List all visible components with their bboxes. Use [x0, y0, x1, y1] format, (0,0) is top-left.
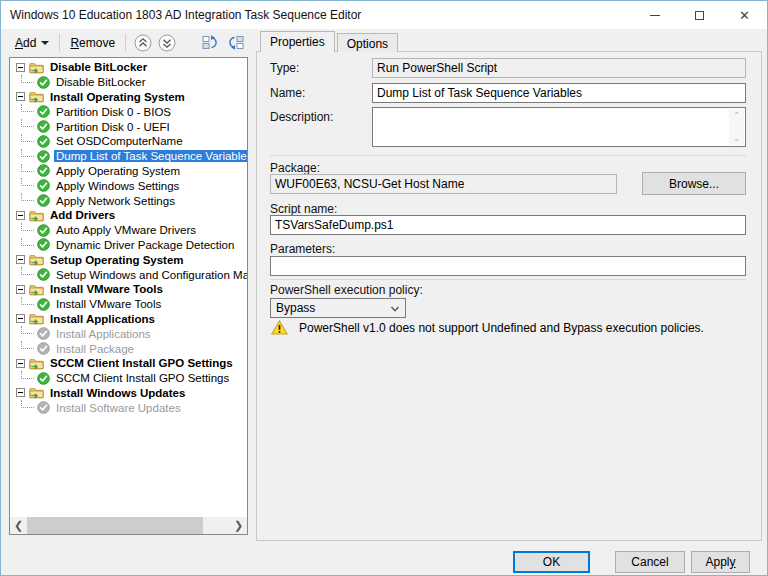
scroll-left-icon[interactable]: ❮ [10, 517, 27, 534]
scrollbar-thumb[interactable] [27, 517, 203, 534]
group-folder-icon [29, 386, 44, 399]
tree-step-row[interactable]: Install Software Updates [10, 400, 247, 415]
collapse-expander-icon[interactable] [16, 63, 25, 72]
tree-item-label: Partition Disk 0 - UEFI [54, 121, 172, 133]
move-down-icon [158, 34, 176, 52]
move-up-button[interactable] [134, 34, 152, 52]
tree-group-row[interactable]: Disable BitLocker [10, 60, 247, 75]
tree-step-row[interactable]: Apply Network Settings [10, 193, 247, 208]
minimize-icon [650, 15, 660, 16]
tree-item-label: Apply Network Settings [54, 195, 177, 207]
name-input[interactable] [372, 83, 746, 103]
titlebar: Windows 10 Education 1803 AD Integration… [1, 1, 767, 29]
minimize-button[interactable] [632, 1, 677, 29]
tree-step-row[interactable]: Disable BitLocker [10, 75, 247, 90]
tree-item-label: Dump List of Task Sequence Variables [54, 150, 247, 162]
warning-text: PowerShell v1.0 does not support Undefin… [299, 321, 704, 335]
script-name-input[interactable] [270, 215, 746, 235]
step-disabled-icon [37, 342, 50, 355]
task-sequence-tree-panel: Disable BitLockerDisable BitLockerInstal… [9, 57, 248, 535]
collapse-expander-icon[interactable] [16, 211, 25, 220]
parameters-input[interactable] [270, 256, 746, 276]
tree-group-row[interactable]: Add Drivers [10, 208, 247, 223]
task-sequence-editor-window: Windows 10 Education 1803 AD Integration… [0, 0, 768, 576]
tree-group-row[interactable]: Install Operating System [10, 90, 247, 105]
execution-policy-dropdown[interactable]: Bypass [270, 298, 406, 318]
tree-item-label: Install Operating System [48, 91, 187, 103]
tree-step-row[interactable]: Dynamic Driver Package Detection [10, 238, 247, 253]
tree-item-label: Set OSDComputerName [54, 135, 185, 147]
collapse-expander-icon[interactable] [16, 92, 25, 101]
move-down-button[interactable] [158, 34, 176, 52]
group-folder-icon [29, 253, 44, 266]
tree-item-label: Setup Operating System [48, 254, 186, 266]
package-field[interactable]: WUF00E63, NCSU-Get Host Name [270, 174, 617, 194]
remove-button-label: Remove [70, 36, 115, 50]
tab-properties[interactable]: Properties [260, 31, 335, 52]
tree-group-row[interactable]: SCCM Client Install GPO Settings [10, 356, 247, 371]
step-disabled-icon [37, 327, 50, 340]
tree-step-row[interactable]: Install VMware Tools [10, 297, 247, 312]
remove-button[interactable]: Remove [65, 33, 120, 53]
tree-horizontal-scrollbar[interactable]: ❮ ❯ [10, 517, 247, 534]
tree-step-row[interactable]: Dump List of Task Sequence Variables [10, 149, 247, 164]
tree-step-row[interactable]: Apply Windows Settings [10, 178, 247, 193]
tree-connector-line [21, 267, 34, 275]
tree-item-label: Auto Apply VMware Drivers [54, 224, 198, 236]
tree-step-row[interactable]: SCCM Client Install GPO Settings [10, 371, 247, 386]
expand-all-button[interactable] [227, 34, 244, 54]
step-enabled-icon [37, 372, 50, 385]
step-enabled-icon [37, 194, 50, 207]
group-folder-icon [29, 61, 44, 74]
collapse-expander-icon[interactable] [16, 388, 25, 397]
tab-options[interactable]: Options [337, 33, 398, 52]
step-enabled-icon [37, 298, 50, 311]
tree-connector-line [21, 104, 34, 112]
tree-group-row[interactable]: Install Windows Updates [10, 386, 247, 401]
tree-step-row[interactable]: Install Package [10, 341, 247, 356]
scroll-right-icon[interactable]: ❯ [230, 517, 247, 534]
close-button[interactable]: ✕ [722, 1, 767, 29]
toolbar-separator [125, 34, 126, 51]
tree-group-row[interactable]: Install VMware Tools [10, 282, 247, 297]
tree-item-label: Partition Disk 0 - BIOS [54, 106, 173, 118]
tree-step-row[interactable]: Install Applications [10, 326, 247, 341]
tree-step-row[interactable]: Setup Windows and Configuration Manager [10, 267, 247, 282]
tree-group-row[interactable]: Setup Operating System [10, 252, 247, 267]
step-enabled-icon [37, 150, 50, 163]
execution-policy-warning: PowerShell v1.0 does not support Undefin… [271, 320, 704, 335]
type-field[interactable]: Run PowerShell Script [372, 58, 746, 78]
collapse-expander-icon[interactable] [16, 314, 25, 323]
tree-group-row[interactable]: Install Applications [10, 312, 247, 327]
apply-button[interactable]: Apply [691, 551, 750, 573]
collapse-expander-icon[interactable] [16, 359, 25, 368]
maximize-button[interactable] [677, 1, 722, 29]
tree-item-label: Dynamic Driver Package Detection [54, 239, 236, 251]
collapse-all-button[interactable] [202, 34, 219, 54]
tree-connector-line [21, 119, 34, 127]
description-input[interactable]: ⌃ ⌄ [372, 107, 746, 147]
scroll-up-icon: ⌃ [733, 111, 740, 120]
description-scrollbar[interactable]: ⌃ ⌄ [729, 109, 744, 145]
ok-button[interactable]: OK [513, 551, 590, 573]
maximize-icon [695, 11, 704, 20]
tree-step-row[interactable]: Set OSDComputerName [10, 134, 247, 149]
name-label: Name: [270, 86, 305, 100]
tree-step-row[interactable]: Partition Disk 0 - UEFI [10, 119, 247, 134]
collapse-expander-icon[interactable] [16, 255, 25, 264]
cancel-button[interactable]: Cancel [615, 551, 685, 573]
tree-item-label: Apply Operating System [54, 165, 182, 177]
tree-connector-line [21, 326, 34, 334]
add-button-label: Add [15, 36, 36, 50]
separator [270, 155, 746, 156]
collapse-expander-icon[interactable] [16, 285, 25, 294]
browse-button[interactable]: Browse... [642, 172, 746, 195]
tree-step-row[interactable]: Auto Apply VMware Drivers [10, 223, 247, 238]
chevron-down-icon [41, 41, 49, 45]
parameters-label: Parameters: [270, 242, 335, 256]
add-button[interactable]: Add [10, 33, 54, 53]
tree-step-row[interactable]: Apply Operating System [10, 164, 247, 179]
tree-step-row[interactable]: Partition Disk 0 - BIOS [10, 104, 247, 119]
tree-item-label: Disable BitLocker [54, 76, 147, 88]
chevron-down-icon [390, 304, 400, 314]
